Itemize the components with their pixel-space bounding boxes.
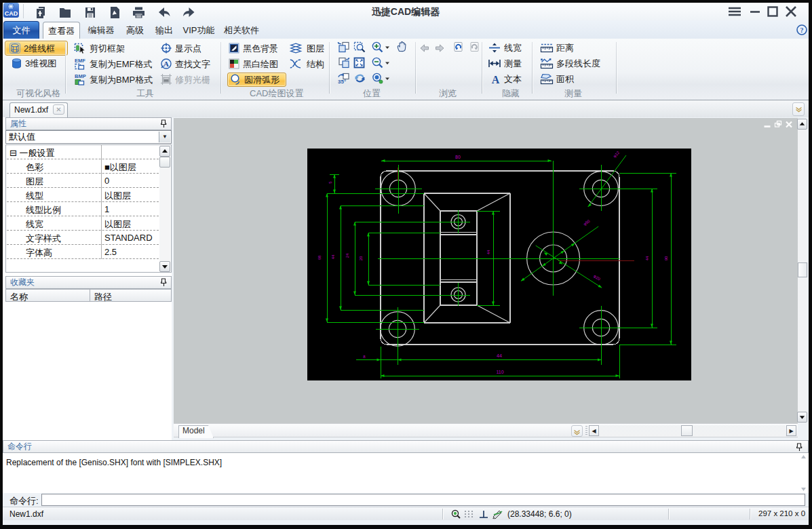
svg-text:A: A	[492, 74, 500, 85]
svg-text:44: 44	[497, 353, 502, 358]
svg-text:44: 44	[331, 254, 335, 259]
svg-text:80: 80	[455, 155, 461, 159]
svg-text:44: 44	[645, 256, 649, 260]
svg-text:BMP: BMP	[75, 73, 86, 79]
svg-text:EMF: EMF	[75, 58, 85, 64]
svg-text:?: ?	[800, 26, 804, 34]
svg-text:35°: 35°	[338, 79, 346, 84]
svg-text:A: A	[163, 60, 169, 68]
svg-text:68: 68	[317, 255, 322, 260]
svg-text:20: 20	[359, 256, 363, 260]
svg-text:110: 110	[496, 370, 503, 374]
svg-text:44: 44	[486, 250, 490, 254]
svg-text:90: 90	[664, 256, 668, 260]
svg-text:24: 24	[345, 253, 349, 258]
